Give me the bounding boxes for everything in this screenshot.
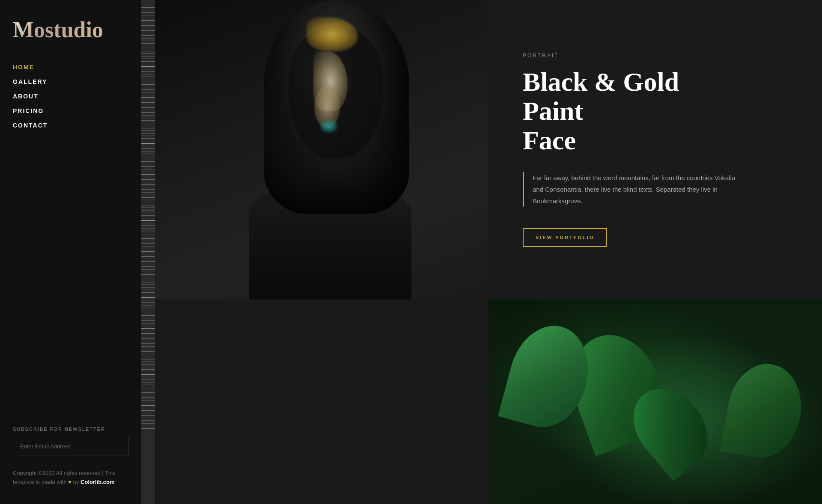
tick-105 — [141, 323, 155, 329]
paint-teal — [320, 120, 337, 133]
tick-40 — [141, 123, 155, 128]
sidebar: Mostudio HOME GALLERY ABOUT PRICING CONT… — [0, 0, 141, 504]
hero-info-content: PORTRAIT Black & Gold Paint Face Far far… — [523, 53, 737, 247]
tick-125 — [141, 385, 155, 390]
tick-135 — [141, 416, 155, 421]
bottom-row — [155, 299, 822, 504]
hero-title-line2: Face — [523, 126, 576, 155]
copyright: Copyright ©2020 All rights reserved | Th… — [13, 469, 128, 487]
bottom-left-panel — [155, 299, 488, 504]
portrait-category: PORTRAIT — [523, 53, 737, 59]
colorlib-link[interactable]: Colorlib.com — [80, 479, 114, 485]
view-portfolio-button[interactable]: VIEW PORTFOLIO — [523, 228, 607, 247]
ruler-strip: // Generate tick marks inline for (let i… — [141, 0, 155, 504]
main-nav: HOME GALLERY ABOUT PRICING CONTACT — [13, 64, 128, 129]
tick-139 — [141, 429, 155, 431]
sidebar-bottom: SUBSCRIBE FOR NEWSLETTER Copyright ©2020… — [13, 427, 128, 487]
tick-95 — [141, 293, 155, 298]
tick-5 — [141, 15, 155, 21]
tick-45 — [141, 139, 155, 144]
tick-90 — [141, 277, 155, 282]
hero-title: Black & Gold Paint Face — [523, 67, 737, 155]
tick-115 — [141, 354, 155, 359]
hero-description: Far far away, behind the word mountains,… — [523, 172, 737, 207]
tick-10 — [141, 31, 155, 36]
email-input[interactable] — [13, 437, 128, 456]
site-logo[interactable]: Mostudio — [13, 17, 128, 42]
tick-0 — [141, 0, 155, 5]
nav-home[interactable]: HOME — [13, 64, 128, 71]
tick-20 — [141, 62, 155, 67]
tick-30 — [141, 92, 155, 98]
tick-25 — [141, 77, 155, 82]
nav-pricing[interactable]: PRICING — [13, 107, 128, 114]
tick-100 — [141, 308, 155, 313]
nav-gallery[interactable]: GALLERY — [13, 78, 128, 85]
hero-image-panel — [155, 0, 488, 299]
tick-130 — [141, 400, 155, 406]
main-content: PORTRAIT Black & Gold Paint Face Far far… — [155, 0, 822, 504]
hero-info-panel: PORTRAIT Black & Gold Paint Face Far far… — [488, 0, 822, 299]
tick-60 — [141, 185, 155, 190]
nav-about[interactable]: ABOUT — [13, 93, 128, 100]
tick-80 — [141, 246, 155, 252]
subscribe-label: SUBSCRIBE FOR NEWSLETTER — [13, 427, 128, 432]
tick-85 — [141, 262, 155, 267]
ruler-ticks: // Generate tick marks inline for (let i… — [141, 0, 155, 431]
tick-50 — [141, 154, 155, 159]
portrait-figure — [155, 0, 488, 299]
tick-55 — [141, 169, 155, 175]
tick-110 — [141, 339, 155, 344]
tick-35 — [141, 108, 155, 113]
tick-75 — [141, 231, 155, 236]
tick-70 — [141, 216, 155, 221]
bottom-right-panel — [488, 299, 822, 504]
hero-title-line1: Black & Gold Paint — [523, 67, 679, 125]
tick-65 — [141, 200, 155, 205]
tick-120 — [141, 370, 155, 375]
tick-15 — [141, 46, 155, 51]
nav-contact[interactable]: CONTACT — [13, 122, 128, 129]
